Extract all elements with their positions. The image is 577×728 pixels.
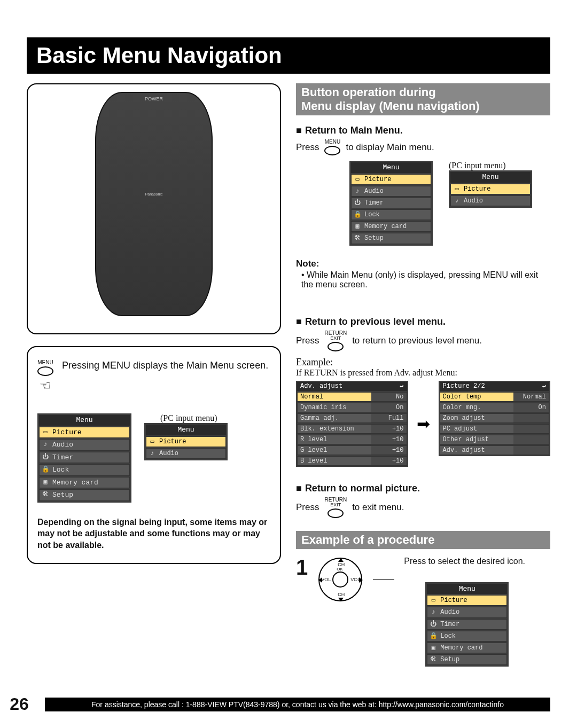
osd-item: ♪Audio	[427, 607, 507, 617]
remote-panel: POWER Panasonic	[27, 83, 281, 334]
sec2-title-text: Return to previous level menu.	[305, 316, 446, 327]
press-label-2: Press	[296, 335, 319, 346]
osd-item: ▣Memory card	[351, 221, 431, 232]
osd-main-menu: Menu▭Picture♪Audio⏻Timer🔒Lock▣Memory car…	[37, 413, 131, 503]
osd-item: ♪Audio	[351, 186, 431, 197]
osd-item-icon: ♪	[149, 449, 156, 457]
osd-item-icon: ▭	[42, 428, 49, 435]
note-body: • While Main Menu (only) is displayed, p…	[301, 270, 550, 289]
menu-hint-panel: MENU ☜ Pressing MENU displays the Main M…	[27, 346, 281, 564]
osd-item-icon: ▭	[453, 185, 461, 192]
procedure-heading: Example of a procedure	[296, 531, 550, 549]
osd-item: ♪Audio	[39, 439, 130, 451]
kvmenu-row: PC adjust	[440, 424, 550, 434]
osd-item-icon: 🛠	[42, 490, 49, 498]
osd-item-icon: ⏻	[354, 199, 361, 206]
menu-hint-text: Pressing MENU displays the Main Menu scr…	[62, 360, 268, 371]
osd-item: ▭Picture	[39, 427, 130, 439]
sec1-text: to display Main menu.	[346, 142, 434, 153]
return-exit-button-icon: RETURN EXIT	[324, 497, 347, 518]
osd-item-icon: ♪	[453, 197, 461, 204]
kvmenu-row: G level+10	[297, 445, 407, 455]
menu-button-icon: MENU	[324, 139, 340, 155]
osd-item: ▣Memory card	[427, 643, 507, 653]
return-icon: ↩	[542, 382, 546, 390]
osd-item-icon: ♪	[42, 440, 49, 448]
sec3-text: to exit menu.	[352, 502, 404, 513]
osd-pc-menu-small: Menu▭Picture♪Audio	[449, 170, 532, 208]
footer-text: For assistance, please call : 1-888-VIEW…	[45, 698, 550, 711]
osd-item-icon: ⏻	[42, 453, 49, 460]
osd-main-menu-small: Menu▭Picture♪Audio⏻Timer🔒Lock▣Memory car…	[349, 161, 433, 246]
osd-item: ⏻Timer	[39, 452, 130, 464]
osd-item: ▭Picture	[427, 595, 507, 606]
page-title: Basic Menu Navigation	[27, 37, 550, 74]
osd-main-menu-step: Menu▭Picture♪Audio⏻Timer🔒Lock▣Memory car…	[425, 582, 509, 667]
arrow-right-icon: ➡	[414, 414, 433, 433]
osd-item: ♪Audio	[146, 448, 226, 459]
osd-item-icon: 🛠	[354, 234, 361, 241]
osd-item: 🛠Setup	[427, 654, 507, 665]
kvmenu-row: NormalNo	[297, 392, 407, 402]
hand-icon: ☜	[40, 379, 51, 392]
osd-title: Menu	[146, 425, 226, 435]
pc-input-caption-r: (PC input menu)	[449, 161, 532, 170]
note-title: Note:	[296, 259, 550, 269]
dpad-right-label: VOL	[350, 577, 360, 582]
sec2-text: to return to previous level menu.	[352, 335, 482, 346]
osd-title: Menu	[39, 415, 130, 426]
osd-item: ▭Picture	[450, 184, 531, 194]
right-heading-line2: Menu display (Menu navigation)	[301, 99, 480, 113]
osd-item: ▣Memory card	[39, 477, 130, 489]
kvmenu-row: B level+10	[297, 456, 407, 466]
remote-power-label: POWER	[96, 96, 212, 101]
example-desc: If RETURN is pressed from Adv. adjust Me…	[296, 368, 550, 378]
osd-item-icon: ▣	[430, 644, 437, 651]
right-column: Button operation during Menu display (Me…	[296, 83, 550, 667]
osd-item: ⏻Timer	[427, 619, 507, 630]
remote-brand: Panasonic	[96, 192, 212, 196]
kvmenu-row: Blk. extension+10	[297, 424, 407, 434]
menu-button-label: MENU	[37, 360, 53, 365]
dpad-down-label: CH	[338, 592, 345, 597]
osd-item-icon: ▭	[430, 596, 437, 604]
osd-item: 🛠Setup	[39, 489, 130, 501]
sec3-title: Return to normal picture.	[296, 483, 550, 494]
left-column: POWER Panasonic MENU ☜ Pressing MENU dis…	[27, 83, 281, 667]
note-body-text: While Main Menu (only) is displayed, pre…	[301, 270, 538, 289]
pc-input-caption: (PC input menu)	[160, 413, 228, 423]
kvmenu-row: Adv. adjust	[440, 445, 550, 455]
sec1-title: Return to Main Menu.	[296, 125, 550, 136]
adv-adjust-menu: Adv. adjust↩NormalNoDynamic irisOnGamma …	[296, 381, 408, 467]
menu-button-icon: MENU ☜	[37, 360, 53, 392]
exit-label-2: EXIT	[330, 503, 341, 507]
manual-page: Basic Menu Navigation POWER Panasonic ME…	[0, 0, 577, 728]
kvmenu-row: Other adjust	[440, 435, 550, 444]
availability-note: Depending on the signal being input, som…	[37, 516, 270, 551]
osd-item: ▭Picture	[146, 436, 226, 447]
menu-btn-label: MENU	[325, 139, 340, 145]
press-label-3: Press	[296, 502, 319, 513]
picture-2-menu: Picture 2/2↩Color tempNormalColor mng.On…	[439, 381, 551, 456]
osd-title: Menu	[427, 584, 507, 594]
page-footer: 26 For assistance, please call : 1-888-V…	[0, 694, 550, 714]
sec2-title: Return to previous level menu.	[296, 316, 550, 327]
kvmenu-row: Gamma adj.Full	[297, 413, 407, 423]
sec3-title-text: Return to normal picture.	[305, 483, 420, 494]
osd-item-icon: 🛠	[430, 655, 437, 663]
right-heading-line1: Button operation during	[301, 85, 436, 99]
osd-item-icon: ▭	[354, 175, 361, 183]
osd-item: 🔒Lock	[39, 464, 130, 476]
step1-text: Press to select the desired icon.	[404, 557, 525, 566]
osd-item-icon: ♪	[430, 608, 437, 615]
step-number: 1	[296, 557, 308, 578]
osd-item-icon: ⏻	[430, 620, 437, 628]
dpad-left-label: VOL	[321, 577, 331, 582]
right-heading: Button operation during Menu display (Me…	[296, 83, 550, 115]
dpad-diagram: CH CH VOL VOL OK	[317, 557, 363, 602]
osd-title: Menu	[351, 162, 431, 173]
osd-item-icon: ▭	[149, 437, 156, 445]
osd-item-icon: ▣	[42, 478, 49, 486]
remote-illustration: POWER Panasonic	[95, 92, 213, 316]
osd-title: Menu	[450, 172, 531, 183]
